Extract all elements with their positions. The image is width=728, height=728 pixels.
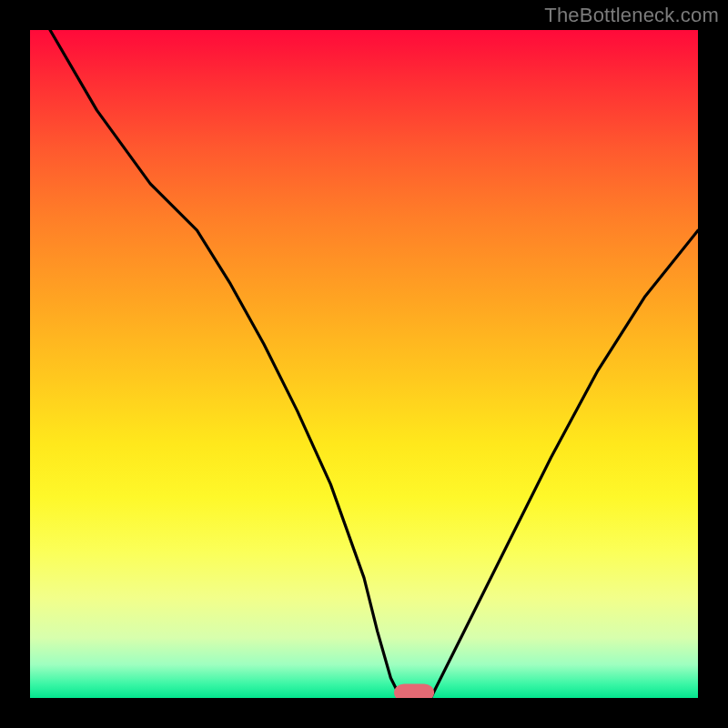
watermark-text: TheBottleneck.com bbox=[544, 4, 719, 27]
chart-stage: TheBottleneck.com bbox=[0, 0, 728, 728]
plot-area bbox=[30, 30, 698, 698]
curve-left-branch bbox=[50, 30, 400, 698]
curve-right-branch bbox=[430, 230, 698, 698]
vertex-marker bbox=[398, 687, 431, 698]
curve-layer bbox=[30, 30, 698, 698]
